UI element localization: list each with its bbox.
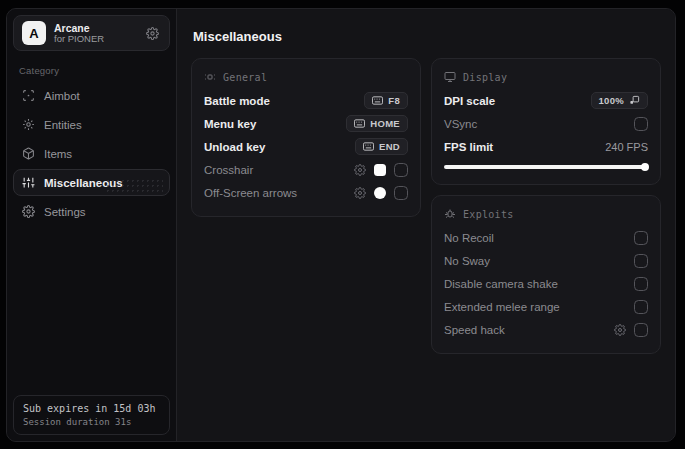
sidebar-item-label: Settings [44,206,86,218]
session-duration-text: Session duration 31s [23,417,160,427]
extended-melee-range-checkbox[interactable] [634,300,648,314]
general-card-title: General [223,72,267,83]
crosshair-label: Crosshair [204,164,253,176]
unload-key-row: Unload key END [204,135,408,158]
keybind-value: HOME [370,118,400,129]
offscreen-arrows-label: Off-Screen arrows [204,187,297,199]
sidebar-item-aimbot[interactable]: Aimbot [13,82,170,109]
battle-mode-row: Battle mode F8 [204,89,408,112]
brand-settings-button[interactable] [144,25,161,42]
brand-card: A Arcane for PIONER [13,15,170,51]
general-card-header: General [204,71,408,83]
bug-icon [444,208,456,220]
disable-camera-shake-checkbox[interactable] [634,277,648,291]
no-recoil-row: No Recoil [444,226,648,249]
gear-icon [146,27,159,40]
fps-slider-fill [444,165,645,169]
menu-key-keybind-button[interactable]: HOME [346,115,408,132]
brand-title: Arcane [54,22,136,34]
vsync-checkbox[interactable] [634,117,648,131]
menu-key-label: Menu key [204,118,256,130]
sidebar-item-label: Entities [44,119,82,131]
sidebar-item-label: Aimbot [44,90,80,102]
exploits-card: Exploits No Recoil No Sway Disable camer… [431,195,661,354]
offscreen-arrows-color-swatch[interactable] [374,187,386,199]
battle-mode-keybind-button[interactable]: F8 [364,92,408,109]
app-logo: A [22,21,46,45]
extended-melee-range-label: Extended melee range [444,301,560,313]
no-recoil-label: No Recoil [444,232,494,244]
crosshair-settings-gear-icon[interactable] [354,164,366,176]
sidebar-item-items[interactable]: Items [13,140,170,167]
display-card-header: Display [444,71,648,83]
scale-icon [629,95,640,106]
offscreen-arrows-row: Off-Screen arrows [204,181,408,204]
entities-icon [22,118,35,131]
sidebar: A Arcane for PIONER Category Aimb [7,9,177,441]
keyboard-icon [363,142,374,151]
fps-limit-label: FPS limit [444,141,493,153]
fps-limit-slider[interactable] [444,162,648,172]
keyboard-icon [354,119,365,128]
vsync-label: VSync [444,118,477,130]
crosshair-icon [22,89,35,102]
offscreen-arrows-settings-gear-icon[interactable] [354,187,366,199]
extended-melee-range-row: Extended melee range [444,295,648,318]
unload-key-label: Unload key [204,141,265,153]
subscription-card: Sub expires in 15d 03h Session duration … [13,395,170,435]
dpi-scale-select[interactable]: 100% [591,92,649,109]
sliders-icon [22,176,35,189]
menu-key-row: Menu key HOME [204,112,408,135]
display-card: Display DPI scale 100% [431,58,661,185]
monitor-icon [444,71,456,83]
fps-limit-row: FPS limit 240 FPS [444,135,648,158]
main-content: Miscellaneous General Battle mode [177,9,675,441]
screen: A Arcane for PIONER Category Aimb [0,0,685,449]
sidebar-item-entities[interactable]: Entities [13,111,170,138]
speed-hack-checkbox[interactable] [634,323,648,337]
sidebar-item-label: Items [44,148,72,160]
sidebar-item-label: Miscellaneous [44,177,123,189]
vsync-row: VSync [444,112,648,135]
no-sway-row: No Sway [444,249,648,272]
disable-camera-shake-row: Disable camera shake [444,272,648,295]
sidebar-item-miscellaneous[interactable]: Miscellaneous [13,169,170,196]
crosshair-row: Crosshair [204,158,408,181]
no-sway-label: No Sway [444,255,490,267]
battle-mode-label: Battle mode [204,95,270,107]
crosshair-checkbox[interactable] [394,163,408,177]
speed-hack-row: Speed hack [444,318,648,341]
keyboard-icon [372,96,383,105]
general-card: General Battle mode F8 [191,58,421,217]
category-label: Category [19,65,164,76]
unload-key-keybind-button[interactable]: END [355,138,408,155]
app-window: A Arcane for PIONER Category Aimb [6,8,676,442]
exploits-card-title: Exploits [463,209,514,220]
display-card-title: Display [463,72,507,83]
exploits-card-header: Exploits [444,208,648,220]
fps-slider-thumb[interactable] [641,163,649,171]
dpi-scale-row: DPI scale 100% [444,89,648,112]
speed-hack-label: Speed hack [444,324,505,336]
speed-hack-settings-gear-icon[interactable] [614,324,626,336]
sidebar-item-settings[interactable]: Settings [13,198,170,225]
no-recoil-checkbox[interactable] [634,231,648,245]
sub-expires-text: Sub expires in 15d 03h [23,403,160,414]
gear-icon [22,205,35,218]
keybind-value: END [379,141,400,152]
no-sway-checkbox[interactable] [634,254,648,268]
dpi-scale-value: 100% [599,95,625,106]
fps-limit-value: 240 FPS [605,141,648,153]
box-icon [22,147,35,160]
brand-subtitle: for PIONER [54,34,136,45]
keybind-value: F8 [388,95,400,106]
brand-text: Arcane for PIONER [54,22,136,45]
sidebar-nav: Aimbot Entities Items [13,82,170,225]
list-icon [204,71,216,83]
offscreen-arrows-checkbox[interactable] [394,186,408,200]
page-title: Miscellaneous [193,29,661,44]
disable-camera-shake-label: Disable camera shake [444,278,558,290]
dpi-scale-label: DPI scale [444,95,495,107]
crosshair-color-swatch[interactable] [374,164,386,176]
